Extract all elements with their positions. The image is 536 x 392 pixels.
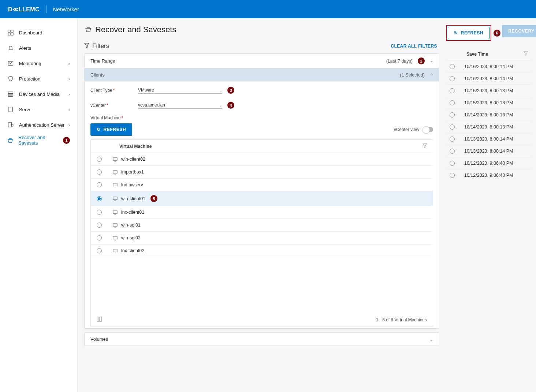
- chevron-right-icon: ›: [68, 61, 70, 66]
- volumes-accordion[interactable]: Volumes ⌄: [85, 333, 439, 346]
- product-name: NetWorker: [53, 6, 79, 12]
- radio[interactable]: [450, 137, 455, 142]
- save-time-row[interactable]: 10/13/2023, 8:00:14 PM: [446, 133, 532, 145]
- refresh-vm-button[interactable]: ↻ REFRESH: [90, 123, 132, 136]
- clients-accordion[interactable]: Clients (1 Selected) ⌃: [85, 68, 439, 82]
- page-title: Recover and Savesets: [95, 25, 176, 34]
- radio[interactable]: [450, 124, 455, 130]
- vm-row[interactable]: win-client02: [91, 153, 433, 166]
- time-range-summary: (Last 7 days): [386, 59, 413, 64]
- required-star: *: [113, 88, 115, 93]
- vm-name: lnx-client02: [121, 248, 144, 253]
- radio[interactable]: [450, 76, 455, 81]
- sidebar-item-monitoring[interactable]: Monitoring ›: [0, 56, 77, 71]
- step-badge-1: 1: [63, 137, 70, 144]
- save-time-row[interactable]: 10/16/2023, 8:00:14 PM: [446, 60, 532, 72]
- filter-icon[interactable]: [524, 51, 528, 57]
- svg-rect-28: [97, 317, 99, 321]
- vm-table: Virtual Machine win-client02importbox1ln…: [90, 139, 433, 327]
- save-time-row[interactable]: 10/12/2023, 9:06:48 PM: [446, 169, 532, 181]
- sidebar-item-label: Alerts: [19, 45, 31, 51]
- save-time-row[interactable]: 10/14/2023, 8:00:13 PM: [446, 109, 532, 121]
- refresh-button[interactable]: ↻ REFRESH: [448, 27, 490, 39]
- dashboard-icon: [7, 29, 14, 36]
- radio[interactable]: [97, 169, 102, 175]
- chevron-down-icon: ⌄: [430, 59, 433, 63]
- step-badge-3: 3: [227, 87, 234, 94]
- sidebar-item-devices[interactable]: Devices and Media ›: [0, 86, 77, 102]
- radio[interactable]: [450, 64, 455, 69]
- radio[interactable]: [450, 173, 455, 178]
- save-time-value: 10/12/2023, 9:06:48 PM: [464, 173, 513, 178]
- vm-row[interactable]: lnx-nwserv: [91, 179, 433, 191]
- vcenter-select[interactable]: vcsa.amer.lan ⌄: [138, 102, 222, 109]
- auth-server-icon: [7, 122, 14, 128]
- radio[interactable]: [450, 88, 455, 93]
- vm-row[interactable]: win-client015: [91, 191, 433, 206]
- svg-rect-29: [100, 317, 101, 321]
- refresh-icon: ↻: [97, 127, 101, 132]
- vm-row[interactable]: win-sql02: [91, 232, 433, 244]
- save-time-row[interactable]: 10/15/2023, 8:00:13 PM: [446, 97, 532, 109]
- radio[interactable]: [97, 223, 102, 228]
- clients-label: Clients: [90, 72, 104, 78]
- vm-name: win-sql02: [121, 235, 141, 240]
- time-range-accordion[interactable]: Time Range (Last 7 days) 2 ⌄: [85, 54, 439, 68]
- sidebar-item-dashboard[interactable]: Dashboard: [0, 25, 77, 40]
- clear-all-filters[interactable]: CLEAR ALL FILTERS: [388, 44, 439, 49]
- sidebar-item-auth[interactable]: Authentication Server ›: [0, 117, 77, 132]
- time-range-label: Time Range: [90, 59, 115, 64]
- svg-rect-16: [113, 183, 117, 186]
- vcenter-value: vcsa.amer.lan: [138, 102, 165, 108]
- columns-icon[interactable]: [97, 317, 102, 323]
- sidebar-item-alerts[interactable]: Alerts: [0, 40, 77, 56]
- radio[interactable]: [97, 248, 102, 253]
- vm-name: win-client01: [121, 196, 145, 201]
- svg-rect-0: [8, 30, 10, 32]
- vm-row[interactable]: lnx-client01: [91, 206, 433, 219]
- save-time-row[interactable]: 10/12/2023, 9:06:48 PM: [446, 157, 532, 169]
- svg-rect-5: [8, 92, 13, 93]
- filter-icon[interactable]: [423, 143, 427, 149]
- sidebar-item-protection[interactable]: Protection ›: [0, 71, 77, 86]
- recovery-label: RECOVERY: [508, 29, 535, 34]
- radio[interactable]: [97, 182, 102, 187]
- save-time-row[interactable]: 10/14/2023, 8:00:13 PM: [446, 121, 532, 133]
- server-icon: [7, 106, 14, 113]
- step-badge-2: 2: [418, 57, 425, 64]
- step-badge-5: 5: [150, 195, 157, 202]
- vm-icon: [113, 157, 118, 162]
- vm-row[interactable]: lnx-client02: [91, 244, 433, 257]
- clients-body: Client Type* VMware ⌄ 3 vCenter* vcsa.am…: [85, 82, 439, 328]
- radio[interactable]: [450, 161, 455, 166]
- radio[interactable]: [97, 235, 102, 240]
- client-type-select[interactable]: VMware ⌄: [138, 87, 222, 94]
- vm-icon: [113, 223, 118, 228]
- save-time-row[interactable]: 10/13/2023, 8:00:14 PM: [446, 145, 532, 157]
- recovery-button[interactable]: RECOVERY ⌄: [502, 25, 536, 37]
- chevron-down-icon: ⌄: [219, 103, 222, 107]
- chevron-right-icon: ›: [68, 107, 70, 112]
- sidebar-item-recover[interactable]: Recover and Savesets 1: [0, 132, 77, 148]
- radio[interactable]: [450, 112, 455, 117]
- save-time-value: 10/13/2023, 8:00:14 PM: [464, 149, 513, 154]
- app-header: D≪LLEMC NetWorker: [0, 0, 536, 18]
- save-time-value: 10/13/2023, 8:00:14 PM: [464, 137, 513, 142]
- vm-row[interactable]: importbox1: [91, 166, 433, 179]
- save-time-row[interactable]: 10/16/2023, 8:00:14 PM: [446, 72, 532, 85]
- radio[interactable]: [450, 100, 455, 105]
- vm-icon: [113, 183, 118, 187]
- radio[interactable]: [97, 157, 102, 162]
- save-time-value: 10/14/2023, 8:00:13 PM: [464, 112, 513, 117]
- step-badge-6: 6: [494, 30, 500, 37]
- save-time-row[interactable]: 10/15/2023, 8:00:13 PM: [446, 85, 532, 97]
- save-time-column-header: Save Time: [466, 52, 488, 57]
- chevron-down-icon: ⌄: [219, 88, 222, 92]
- radio[interactable]: [97, 210, 102, 215]
- vcenter-view-toggle[interactable]: [423, 127, 433, 132]
- sidebar-item-server[interactable]: Server ›: [0, 102, 77, 117]
- radio[interactable]: [97, 196, 102, 201]
- radio[interactable]: [450, 149, 455, 154]
- client-type-label: Client Type: [90, 88, 112, 93]
- vm-row[interactable]: win-sql01: [91, 219, 433, 232]
